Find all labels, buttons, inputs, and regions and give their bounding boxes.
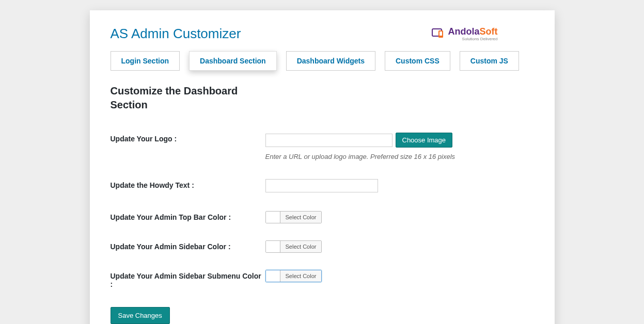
- color-swatch-submenu: [266, 270, 280, 282]
- tab-custom-css[interactable]: Custom CSS: [385, 51, 450, 71]
- tab-login-section[interactable]: Login Section: [111, 51, 180, 71]
- input-logo-url[interactable]: [265, 134, 392, 147]
- color-picker-topbar[interactable]: Select Color: [265, 211, 322, 223]
- tab-bar: Login Section Dashboard Section Dashboar…: [111, 51, 534, 71]
- brand-logo-icon: [432, 28, 445, 40]
- label-update-logo: Update Your Logo :: [111, 133, 265, 143]
- brand-name-a: Andola: [448, 26, 480, 37]
- tab-dashboard-widgets[interactable]: Dashboard Widgets: [286, 51, 375, 71]
- color-picker-sidebar[interactable]: Select Color: [265, 240, 322, 253]
- brand-logo: AndolaSoft Solutions Delivered: [432, 27, 498, 41]
- row-topbar-color: Update Your Admin Top Bar Color : Select…: [111, 211, 534, 225]
- settings-panel: AS Admin Customizer AndolaSoft Solutions…: [90, 10, 555, 324]
- section-title: Customize the Dashboard Section: [111, 84, 245, 112]
- tab-dashboard-section[interactable]: Dashboard Section: [189, 51, 277, 71]
- save-changes-button[interactable]: Save Changes: [111, 307, 170, 324]
- help-text-logo: Enter a URL or upload logo image. Prefer…: [265, 153, 534, 160]
- svg-rect-2: [439, 31, 442, 36]
- input-howdy-text[interactable]: [265, 179, 378, 192]
- tab-custom-js[interactable]: Custom JS: [460, 51, 519, 71]
- row-sidebar-color: Update Your Admin Sidebar Color : Select…: [111, 240, 534, 254]
- label-howdy-text: Update the Howdy Text :: [111, 179, 265, 189]
- panel-header: AS Admin Customizer AndolaSoft Solutions…: [111, 26, 534, 42]
- select-color-button-submenu[interactable]: Select Color: [280, 270, 322, 282]
- color-swatch-sidebar: [266, 241, 280, 252]
- choose-image-button[interactable]: Choose Image: [396, 133, 453, 148]
- label-topbar-color: Update Your Admin Top Bar Color :: [111, 211, 265, 221]
- select-color-button-topbar[interactable]: Select Color: [280, 212, 322, 223]
- label-sidebar-color: Update Your Admin Sidebar Color :: [111, 240, 265, 251]
- row-howdy-text: Update the Howdy Text :: [111, 179, 534, 192]
- color-picker-submenu[interactable]: Select Color: [265, 270, 322, 282]
- save-row: Save Changes: [111, 307, 534, 324]
- brand-text: AndolaSoft Solutions Delivered: [448, 27, 498, 41]
- row-submenu-color: Update Your Admin Sidebar Submenu Color …: [111, 270, 534, 288]
- color-swatch-topbar: [266, 212, 280, 223]
- brand-tagline: Solutions Delivered: [462, 37, 498, 41]
- row-update-logo: Update Your Logo : Choose Image Enter a …: [111, 133, 534, 160]
- panel-title: AS Admin Customizer: [111, 26, 241, 42]
- label-submenu-color: Update Your Admin Sidebar Submenu Color …: [111, 270, 265, 288]
- brand-name-b: Soft: [480, 26, 498, 37]
- select-color-button-sidebar[interactable]: Select Color: [280, 241, 322, 252]
